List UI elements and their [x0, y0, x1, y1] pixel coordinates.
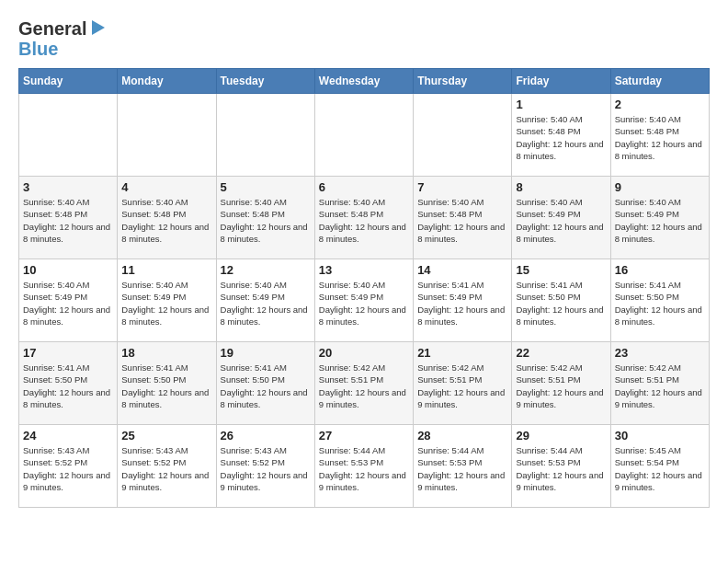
calendar-cell: 24Sunrise: 5:43 AM Sunset: 5:52 PM Dayli… [19, 425, 118, 508]
logo-wrapper: General Blue [18, 18, 105, 59]
cell-content: Sunrise: 5:40 AM Sunset: 5:49 PM Dayligh… [615, 196, 705, 245]
cell-content: Sunrise: 5:40 AM Sunset: 5:49 PM Dayligh… [516, 196, 606, 245]
cell-content: Sunrise: 5:40 AM Sunset: 5:48 PM Dayligh… [319, 196, 409, 245]
day-number: 10 [23, 263, 113, 277]
calendar-table: SundayMondayTuesdayWednesdayThursdayFrid… [18, 68, 710, 508]
day-number: 15 [516, 263, 606, 277]
day-number: 3 [23, 180, 113, 194]
day-number: 5 [221, 180, 311, 194]
cell-content: Sunrise: 5:42 AM Sunset: 5:51 PM Dayligh… [417, 362, 507, 410]
day-number: 27 [319, 429, 409, 442]
cell-content: Sunrise: 5:40 AM Sunset: 5:48 PM Dayligh… [221, 196, 311, 245]
cell-content: Sunrise: 5:41 AM Sunset: 5:50 PM Dayligh… [221, 362, 311, 410]
calendar-cell [19, 94, 118, 177]
calendar-cell: 9Sunrise: 5:40 AM Sunset: 5:49 PM Daylig… [610, 177, 709, 259]
cell-content: Sunrise: 5:42 AM Sunset: 5:51 PM Dayligh… [615, 362, 705, 410]
calendar-cell: 26Sunrise: 5:43 AM Sunset: 5:52 PM Dayli… [216, 425, 314, 508]
day-number: 20 [319, 346, 409, 360]
weekday-thursday: Thursday [414, 69, 512, 94]
day-number: 9 [615, 180, 705, 194]
calendar-cell: 19Sunrise: 5:41 AM Sunset: 5:50 PM Dayli… [216, 342, 314, 425]
logo-arrow-icon [92, 20, 105, 35]
day-number: 19 [221, 346, 311, 360]
calendar-cell: 22Sunrise: 5:42 AM Sunset: 5:51 PM Dayli… [512, 342, 610, 425]
day-number: 1 [516, 98, 606, 111]
cell-content: Sunrise: 5:44 AM Sunset: 5:53 PM Dayligh… [319, 444, 409, 493]
calendar-cell: 6Sunrise: 5:40 AM Sunset: 5:48 PM Daylig… [314, 177, 413, 259]
cell-content: Sunrise: 5:40 AM Sunset: 5:48 PM Dayligh… [516, 113, 606, 162]
cell-content: Sunrise: 5:40 AM Sunset: 5:49 PM Dayligh… [319, 279, 409, 327]
cell-content: Sunrise: 5:44 AM Sunset: 5:53 PM Dayligh… [417, 444, 507, 493]
day-number: 4 [121, 180, 211, 194]
calendar-cell: 15Sunrise: 5:41 AM Sunset: 5:50 PM Dayli… [512, 259, 610, 342]
weekday-sunday: Sunday [19, 69, 118, 94]
calendar-cell: 20Sunrise: 5:42 AM Sunset: 5:51 PM Dayli… [314, 342, 413, 425]
week-row-2: 3Sunrise: 5:40 AM Sunset: 5:48 PM Daylig… [19, 177, 710, 259]
calendar-cell: 1Sunrise: 5:40 AM Sunset: 5:48 PM Daylig… [512, 94, 610, 177]
calendar-cell: 21Sunrise: 5:42 AM Sunset: 5:51 PM Dayli… [414, 342, 512, 425]
cell-content: Sunrise: 5:41 AM Sunset: 5:50 PM Dayligh… [516, 279, 606, 327]
day-number: 22 [516, 346, 606, 360]
cell-content: Sunrise: 5:40 AM Sunset: 5:48 PM Dayligh… [121, 196, 211, 245]
calendar-cell: 30Sunrise: 5:45 AM Sunset: 5:54 PM Dayli… [610, 425, 709, 508]
logo-general: General [18, 18, 105, 39]
cell-content: Sunrise: 5:40 AM Sunset: 5:48 PM Dayligh… [23, 196, 113, 245]
cell-content: Sunrise: 5:43 AM Sunset: 5:52 PM Dayligh… [221, 444, 311, 493]
calendar-cell: 3Sunrise: 5:40 AM Sunset: 5:48 PM Daylig… [19, 177, 118, 259]
day-number: 14 [417, 263, 507, 277]
day-number: 23 [615, 346, 705, 360]
day-number: 8 [516, 180, 606, 194]
calendar-cell: 17Sunrise: 5:41 AM Sunset: 5:50 PM Dayli… [19, 342, 118, 425]
day-number: 29 [516, 429, 606, 442]
cell-content: Sunrise: 5:43 AM Sunset: 5:52 PM Dayligh… [121, 444, 211, 493]
calendar-cell: 10Sunrise: 5:40 AM Sunset: 5:49 PM Dayli… [19, 259, 118, 342]
day-number: 25 [121, 429, 211, 442]
cell-content: Sunrise: 5:40 AM Sunset: 5:49 PM Dayligh… [221, 279, 311, 327]
day-number: 11 [121, 263, 211, 277]
day-number: 13 [319, 263, 409, 277]
day-number: 16 [615, 263, 705, 277]
calendar-cell: 8Sunrise: 5:40 AM Sunset: 5:49 PM Daylig… [512, 177, 610, 259]
calendar-cell: 16Sunrise: 5:41 AM Sunset: 5:50 PM Dayli… [610, 259, 709, 342]
cell-content: Sunrise: 5:41 AM Sunset: 5:50 PM Dayligh… [615, 279, 705, 327]
cell-content: Sunrise: 5:43 AM Sunset: 5:52 PM Dayligh… [23, 444, 113, 493]
day-number: 21 [417, 346, 507, 360]
logo: General Blue [18, 18, 105, 59]
calendar-cell: 4Sunrise: 5:40 AM Sunset: 5:48 PM Daylig… [118, 177, 216, 259]
weekday-wednesday: Wednesday [314, 69, 413, 94]
cell-content: Sunrise: 5:40 AM Sunset: 5:48 PM Dayligh… [615, 113, 705, 162]
day-number: 30 [615, 429, 705, 442]
calendar-cell: 11Sunrise: 5:40 AM Sunset: 5:49 PM Dayli… [118, 259, 216, 342]
calendar-cell: 27Sunrise: 5:44 AM Sunset: 5:53 PM Dayli… [314, 425, 413, 508]
cell-content: Sunrise: 5:42 AM Sunset: 5:51 PM Dayligh… [319, 362, 409, 410]
cell-content: Sunrise: 5:45 AM Sunset: 5:54 PM Dayligh… [615, 444, 705, 493]
cell-content: Sunrise: 5:40 AM Sunset: 5:49 PM Dayligh… [23, 279, 113, 327]
cell-content: Sunrise: 5:41 AM Sunset: 5:50 PM Dayligh… [121, 362, 211, 410]
weekday-friday: Friday [512, 69, 610, 94]
cell-content: Sunrise: 5:41 AM Sunset: 5:49 PM Dayligh… [417, 279, 507, 327]
calendar-cell: 29Sunrise: 5:44 AM Sunset: 5:53 PM Dayli… [512, 425, 610, 508]
calendar-cell: 2Sunrise: 5:40 AM Sunset: 5:48 PM Daylig… [610, 94, 709, 177]
week-row-1: 1Sunrise: 5:40 AM Sunset: 5:48 PM Daylig… [19, 94, 710, 177]
weekday-saturday: Saturday [610, 69, 709, 94]
weekday-header-row: SundayMondayTuesdayWednesdayThursdayFrid… [19, 69, 710, 94]
calendar-cell: 14Sunrise: 5:41 AM Sunset: 5:49 PM Dayli… [414, 259, 512, 342]
day-number: 2 [615, 98, 705, 111]
calendar-body: 1Sunrise: 5:40 AM Sunset: 5:48 PM Daylig… [19, 94, 710, 508]
day-number: 6 [319, 180, 409, 194]
calendar-cell: 5Sunrise: 5:40 AM Sunset: 5:48 PM Daylig… [216, 177, 314, 259]
day-number: 24 [23, 429, 113, 442]
logo-blue-text: Blue [18, 39, 105, 59]
cell-content: Sunrise: 5:40 AM Sunset: 5:48 PM Dayligh… [417, 196, 507, 245]
calendar-cell [216, 94, 314, 177]
day-number: 26 [221, 429, 311, 442]
cell-content: Sunrise: 5:44 AM Sunset: 5:53 PM Dayligh… [516, 444, 606, 493]
day-number: 18 [121, 346, 211, 360]
week-row-4: 17Sunrise: 5:41 AM Sunset: 5:50 PM Dayli… [19, 342, 710, 425]
calendar-cell: 25Sunrise: 5:43 AM Sunset: 5:52 PM Dayli… [118, 425, 216, 508]
week-row-5: 24Sunrise: 5:43 AM Sunset: 5:52 PM Dayli… [19, 425, 710, 508]
calendar-cell [414, 94, 512, 177]
calendar-cell: 7Sunrise: 5:40 AM Sunset: 5:48 PM Daylig… [414, 177, 512, 259]
calendar-cell: 12Sunrise: 5:40 AM Sunset: 5:49 PM Dayli… [216, 259, 314, 342]
weekday-tuesday: Tuesday [216, 69, 314, 94]
